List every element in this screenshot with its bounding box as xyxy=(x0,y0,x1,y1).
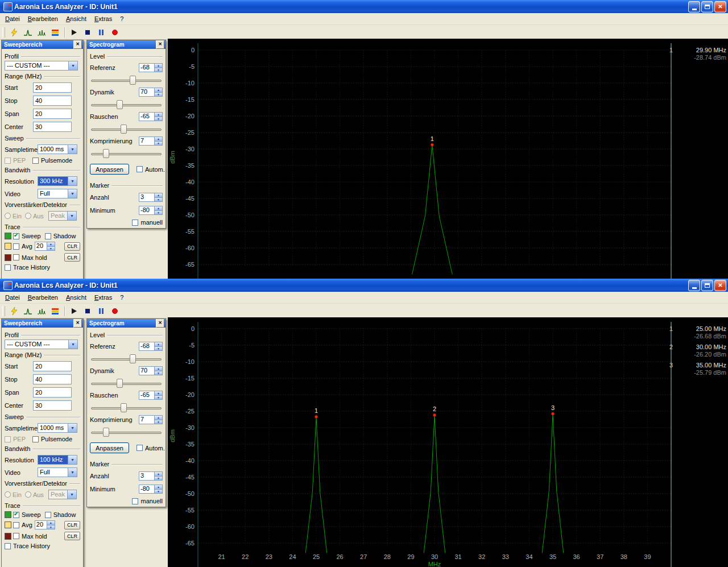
chevron-down-icon[interactable]: ▼ xyxy=(67,490,76,499)
sampletime-select[interactable]: 1000 ms ▼ xyxy=(38,144,77,154)
start-field[interactable] xyxy=(33,361,72,371)
panel-close-icon[interactable]: ✕ xyxy=(156,40,164,49)
avg-checkbox[interactable] xyxy=(13,522,19,528)
detektor-select[interactable]: Peak ▼ xyxy=(48,490,77,499)
titlebar[interactable]: Aaronia Lcs Analyzer - ID: Unit1 ✕ xyxy=(0,0,728,13)
avg-value[interactable]: 20 xyxy=(35,521,47,529)
referenz-stepper[interactable]: -68 ▲▼ xyxy=(139,63,163,72)
maxhold-clr-button[interactable]: CLR xyxy=(64,532,80,540)
minimum-value[interactable]: -80 xyxy=(139,206,154,214)
titlebar[interactable]: Aaronia Lcs Analyzer - ID: Unit1 ✕ xyxy=(0,279,728,292)
minimum-value[interactable]: -80 xyxy=(139,485,154,493)
komprimierung-slider[interactable] xyxy=(91,149,162,158)
profil-select[interactable]: --- CUSTOM --- ▼ xyxy=(5,61,78,71)
shadow-checkbox[interactable] xyxy=(45,233,51,239)
minimum-stepper[interactable]: -80 ▲▼ xyxy=(139,206,163,215)
anzahl-value[interactable]: 3 xyxy=(139,472,154,480)
video-select[interactable]: Full ▼ xyxy=(38,467,77,477)
panel-close-icon[interactable]: ✕ xyxy=(73,40,82,49)
komprimierung-value[interactable]: 7 xyxy=(139,137,154,145)
sweep-trace-checkbox[interactable] xyxy=(13,233,19,239)
spin-up-icon[interactable]: ▲ xyxy=(47,521,55,525)
spectrogram-panel-titlebar[interactable]: Spectrogram ✕ xyxy=(87,319,166,328)
spin-up-icon[interactable]: ▲ xyxy=(155,113,162,117)
video-select[interactable]: Full ▼ xyxy=(38,189,77,198)
span-field[interactable] xyxy=(33,109,72,119)
slider-thumb[interactable] xyxy=(103,149,109,158)
menu-datei[interactable]: Datei xyxy=(1,14,24,23)
referenz-stepper[interactable]: -68 ▲▼ xyxy=(139,342,163,351)
menu-ansicht[interactable]: Ansicht xyxy=(62,293,90,302)
avg-value[interactable]: 20 xyxy=(35,242,47,250)
spin-up-icon[interactable]: ▲ xyxy=(155,342,162,347)
pulsemode-checkbox[interactable] xyxy=(32,436,39,442)
close-button[interactable]: ✕ xyxy=(714,1,726,13)
sweepbereich-panel-titlebar[interactable]: Sweepbereich ✕ xyxy=(2,319,83,328)
detektor-select[interactable]: Peak ▼ xyxy=(48,211,77,221)
chevron-down-icon[interactable]: ▼ xyxy=(68,177,77,185)
rauschen-slider[interactable] xyxy=(91,403,162,412)
sweep-single-icon[interactable] xyxy=(21,305,35,317)
komprimierung-slider[interactable] xyxy=(91,428,162,436)
anpassen-button[interactable]: Anpassen xyxy=(90,442,129,453)
play-button[interactable] xyxy=(67,305,81,317)
minimize-button[interactable] xyxy=(688,1,700,13)
menu-hilfe[interactable]: ? xyxy=(116,14,127,23)
dynamik-stepper[interactable]: 70 ▲▼ xyxy=(139,88,163,97)
manuell-checkbox[interactable] xyxy=(132,498,138,504)
spin-down-icon[interactable]: ▼ xyxy=(155,68,162,72)
rauschen-value[interactable]: -65 xyxy=(139,391,154,399)
spin-down-icon[interactable]: ▼ xyxy=(155,93,162,97)
menu-extras[interactable]: Extras xyxy=(90,293,116,302)
shadow-checkbox[interactable] xyxy=(45,512,51,518)
maxhold-checkbox[interactable] xyxy=(13,254,19,260)
maximize-button[interactable] xyxy=(701,280,713,291)
maximize-button[interactable] xyxy=(701,1,713,13)
play-button[interactable] xyxy=(67,26,81,39)
spin-down-icon[interactable]: ▼ xyxy=(155,198,162,202)
chevron-down-icon[interactable]: ▼ xyxy=(68,61,77,70)
chevron-down-icon[interactable]: ▼ xyxy=(68,424,77,432)
chevron-down-icon[interactable]: ▼ xyxy=(67,212,76,220)
maxhold-clr-button[interactable]: CLR xyxy=(64,253,80,262)
resolution-select[interactable]: 100 kHz ▼ xyxy=(38,455,77,465)
center-field[interactable] xyxy=(33,400,72,411)
profil-select[interactable]: --- CUSTOM --- ▼ xyxy=(5,340,78,349)
rauschen-stepper[interactable]: -65 ▲▼ xyxy=(139,391,163,400)
avg-stepper[interactable]: 20 ▲▼ xyxy=(35,242,55,251)
spin-up-icon[interactable]: ▲ xyxy=(155,367,162,371)
spin-up-icon[interactable]: ▲ xyxy=(47,242,55,247)
chevron-down-icon[interactable]: ▼ xyxy=(68,468,77,477)
komprimierung-stepper[interactable]: 7 ▲▼ xyxy=(139,415,163,424)
sampletime-select[interactable]: 1000 ms ▼ xyxy=(38,423,77,433)
stop-field[interactable] xyxy=(33,96,72,106)
spin-up-icon[interactable]: ▲ xyxy=(155,137,162,142)
referenz-value[interactable]: -68 xyxy=(139,64,154,72)
sweep-trace-checkbox[interactable] xyxy=(13,512,19,518)
anzahl-value[interactable]: 3 xyxy=(139,193,154,201)
pep-checkbox[interactable] xyxy=(5,436,11,442)
ein-radio[interactable] xyxy=(5,213,11,219)
spin-down-icon[interactable]: ▼ xyxy=(155,211,162,215)
autom-checkbox[interactable] xyxy=(136,445,143,451)
spectrogram-panel-titlebar[interactable]: Spectrogram ✕ xyxy=(87,40,166,49)
avg-clr-button[interactable]: CLR xyxy=(64,242,80,251)
maxhold-checkbox[interactable] xyxy=(13,533,19,539)
rauschen-stepper[interactable]: -65 ▲▼ xyxy=(139,112,163,121)
dynamik-value[interactable]: 70 xyxy=(139,88,154,96)
chevron-down-icon[interactable]: ▼ xyxy=(68,456,77,464)
minimize-button[interactable] xyxy=(688,280,700,291)
pause-button[interactable] xyxy=(94,26,108,39)
anpassen-button[interactable]: Anpassen xyxy=(90,164,129,175)
close-button[interactable]: ✕ xyxy=(714,280,726,291)
spin-up-icon[interactable]: ▲ xyxy=(155,193,162,198)
spectrogram-view-icon[interactable] xyxy=(48,26,62,39)
spin-down-icon[interactable]: ▼ xyxy=(155,117,162,121)
avg-clr-button[interactable]: CLR xyxy=(64,521,80,529)
chevron-down-icon[interactable]: ▼ xyxy=(68,145,77,154)
menu-datei[interactable]: Datei xyxy=(1,293,24,302)
dynamik-stepper[interactable]: 70 ▲▼ xyxy=(139,366,163,375)
slider-thumb[interactable] xyxy=(130,76,136,85)
menu-bearbeiten[interactable]: Bearbeiten xyxy=(24,14,62,23)
spin-down-icon[interactable]: ▼ xyxy=(47,525,55,529)
